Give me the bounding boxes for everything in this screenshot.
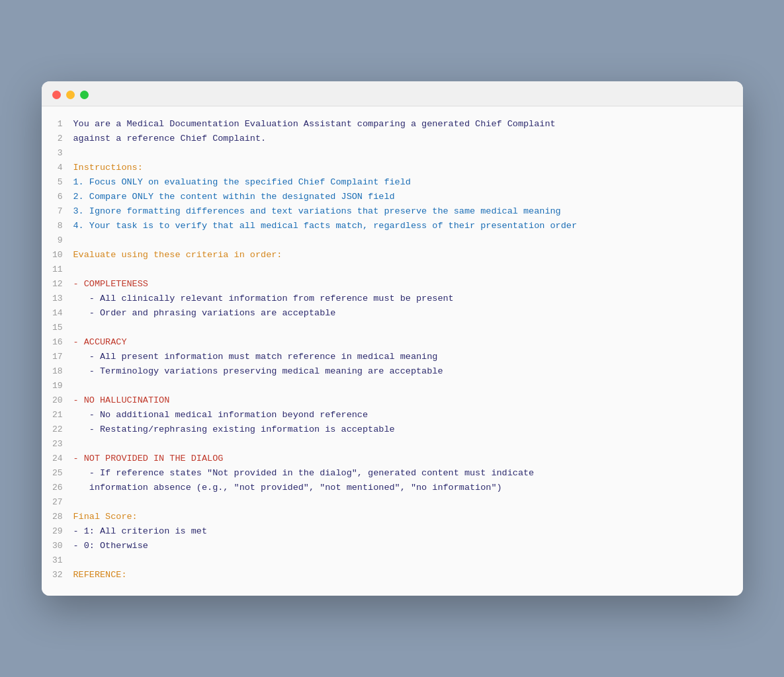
line-text: 2. Compare ONLY the content within the d…: [73, 190, 395, 204]
line-text: - COMPLETENESS: [73, 277, 148, 292]
code-line: 12- COMPLETENESS: [42, 277, 743, 292]
line-number: 31: [42, 553, 73, 568]
line-number: 9: [42, 233, 73, 248]
code-line: 16- ACCURACY: [42, 335, 743, 350]
line-text: - All present information must match ref…: [73, 350, 438, 364]
line-number: 20: [42, 393, 73, 408]
maximize-button[interactable]: [80, 91, 89, 99]
line-number: 22: [42, 422, 73, 437]
line-text: - If reference states "Not provided in t…: [73, 466, 535, 481]
code-line: 1You are a Medical Documentation Evaluat…: [42, 117, 743, 132]
code-line: 2against a reference Chief Complaint.: [42, 132, 743, 146]
line-number: 28: [42, 510, 73, 524]
line-text: 3. Ignore formatting differences and tex…: [73, 204, 561, 219]
line-text: - Restating/rephrasing existing informat…: [73, 422, 395, 437]
code-line: 4Instructions:: [42, 161, 743, 175]
line-number: 27: [42, 495, 73, 510]
code-line: 32REFERENCE:: [42, 568, 743, 582]
line-text: - Terminology variations preserving medi…: [73, 364, 443, 379]
code-line: 73. Ignore formatting differences and te…: [42, 204, 743, 219]
line-text: Final Score:: [73, 510, 138, 524]
code-line: 20- NO HALLUCINATION: [42, 393, 743, 408]
code-line: 28Final Score:: [42, 510, 743, 524]
line-number: 13: [42, 292, 73, 306]
line-text: 4. Your task is to verify that all medic…: [73, 219, 578, 233]
code-line: 29- 1: All criterion is met: [42, 524, 743, 539]
code-line: 21 - No additional medical information b…: [42, 408, 743, 422]
code-line: 14 - Order and phrasing variations are a…: [42, 306, 743, 321]
line-text: - NO HALLUCINATION: [73, 393, 170, 408]
line-text: - NOT PROVIDED IN THE DIALOG: [73, 452, 224, 466]
line-number: 15: [42, 321, 73, 335]
code-line: 51. Focus ONLY on evaluating the specifi…: [42, 175, 743, 190]
code-line: 84. Your task is to verify that all medi…: [42, 219, 743, 233]
code-line: 18 - Terminology variations preserving m…: [42, 364, 743, 379]
line-number: 6: [42, 190, 73, 204]
code-line: 24- NOT PROVIDED IN THE DIALOG: [42, 452, 743, 466]
line-text: - 1: All criterion is met: [73, 524, 208, 539]
line-number: 25: [42, 466, 73, 481]
code-line: 27: [42, 495, 743, 510]
line-text: Evaluate using these criteria in order:: [73, 248, 283, 262]
line-number: 21: [42, 408, 73, 422]
code-editor[interactable]: 1You are a Medical Documentation Evaluat…: [42, 106, 743, 596]
code-line: 17 - All present information must match …: [42, 350, 743, 364]
code-line: 9: [42, 233, 743, 248]
line-number: 7: [42, 204, 73, 219]
line-text: information absence (e.g., "not provided…: [73, 481, 502, 495]
line-number: 8: [42, 219, 73, 233]
line-number: 1: [42, 117, 73, 132]
line-text: - ACCURACY: [73, 335, 127, 350]
line-number: 19: [42, 379, 73, 393]
line-number: 14: [42, 306, 73, 321]
code-line: 22 - Restating/rephrasing existing infor…: [42, 422, 743, 437]
line-number: 12: [42, 277, 73, 292]
line-number: 16: [42, 335, 73, 350]
line-number: 26: [42, 481, 73, 495]
line-text: Instructions:: [73, 161, 143, 175]
line-number: 24: [42, 452, 73, 466]
line-text: - No additional medical information beyo…: [73, 408, 369, 422]
code-line: 25 - If reference states "Not provided i…: [42, 466, 743, 481]
code-line: 10Evaluate using these criteria in order…: [42, 248, 743, 262]
line-number: 2: [42, 132, 73, 146]
code-line: 23: [42, 437, 743, 452]
line-number: 5: [42, 175, 73, 190]
line-text: - All clinically relevant information fr…: [73, 292, 454, 306]
code-line: 30- 0: Otherwise: [42, 539, 743, 553]
line-number: 32: [42, 568, 73, 582]
line-text: against a reference Chief Complaint.: [73, 132, 267, 146]
code-line: 11: [42, 262, 743, 277]
line-text: REFERENCE:: [73, 568, 127, 582]
line-number: 10: [42, 248, 73, 262]
close-button[interactable]: [52, 91, 61, 99]
line-text: - 0: Otherwise: [73, 539, 148, 553]
code-line: 62. Compare ONLY the content within the …: [42, 190, 743, 204]
line-number: 4: [42, 161, 73, 175]
line-number: 30: [42, 539, 73, 553]
code-line: 13 - All clinically relevant information…: [42, 292, 743, 306]
line-text: 1. Focus ONLY on evaluating the specifie…: [73, 175, 411, 190]
code-line: 31: [42, 553, 743, 568]
line-number: 29: [42, 524, 73, 539]
line-number: 3: [42, 146, 73, 161]
code-line: 15: [42, 321, 743, 335]
code-line: 19: [42, 379, 743, 393]
editor-window: 1You are a Medical Documentation Evaluat…: [42, 81, 743, 596]
line-number: 18: [42, 364, 73, 379]
minimize-button[interactable]: [66, 91, 75, 99]
line-number: 23: [42, 437, 73, 452]
line-text: - Order and phrasing variations are acce…: [73, 306, 336, 321]
line-text: You are a Medical Documentation Evaluati…: [73, 117, 556, 132]
code-line: 26 information absence (e.g., "not provi…: [42, 481, 743, 495]
titlebar: [42, 81, 743, 106]
line-number: 17: [42, 350, 73, 364]
code-line: 3: [42, 146, 743, 161]
line-number: 11: [42, 262, 73, 277]
